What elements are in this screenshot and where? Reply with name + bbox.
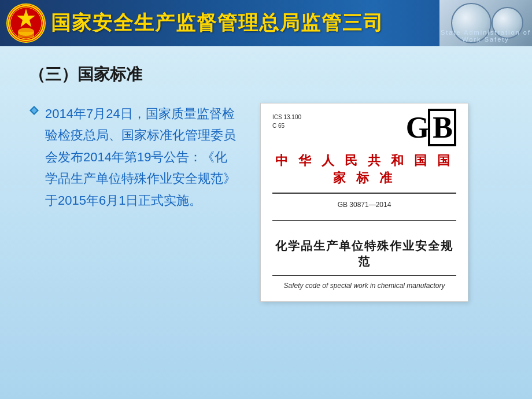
gb-divider-top bbox=[272, 220, 456, 221]
gb-logo-b: B bbox=[428, 109, 456, 146]
page-header: 国家安全生产监督管理总局监管三司 State Administration of… bbox=[0, 0, 532, 46]
header-title-chinese: 国家安全生产监督管理总局监管三司 bbox=[51, 10, 439, 36]
gb-logo-g: G bbox=[406, 111, 428, 144]
content-area: 2014年7月24日，国家质量监督检验检疫总局、国家标准化管理委员会发布2014… bbox=[29, 103, 503, 302]
header-right-image: State Administration of Work Safety bbox=[439, 0, 532, 46]
gb-standard-name-chinese: 化学品生产单位特殊作业安全规范 bbox=[272, 238, 456, 269]
main-content: （三）国家标准 2014年7月24日，国家质量监督检验检疫总局、国家标准化管理委… bbox=[0, 46, 532, 313]
gb-standard-number: GB 30871—2014 bbox=[272, 201, 456, 209]
gb-divider-bottom bbox=[272, 275, 456, 276]
section-title: （三）国家标准 bbox=[29, 64, 503, 86]
svg-rect-5 bbox=[18, 32, 34, 38]
gb-logo: GB bbox=[406, 113, 456, 143]
gb-standard-name-english: Safety code of special work in chemical … bbox=[272, 282, 456, 290]
bullet-text: 2014年7月24日，国家质量监督检验检疫总局、国家标准化管理委员会发布2014… bbox=[45, 103, 237, 211]
text-block: 2014年7月24日，国家质量监督检验检疫总局、国家标准化管理委员会发布2014… bbox=[29, 103, 237, 211]
bullet-item: 2014年7月24日，国家质量监督检验检疫总局、国家标准化管理委员会发布2014… bbox=[29, 103, 237, 211]
gb-book-header: ICS 13.100 C 65 GB bbox=[272, 113, 456, 143]
organization-logo bbox=[6, 3, 46, 43]
gb-standard-book: ICS 13.100 C 65 GB 中 华 人 民 共 和 国 国 家 标 准… bbox=[260, 103, 468, 302]
bullet-diamond-icon bbox=[29, 105, 39, 116]
gb-national-standard-title: 中 华 人 民 共 和 国 国 家 标 准 bbox=[272, 152, 456, 194]
gb-ics-code: ICS 13.100 C 65 bbox=[272, 113, 301, 130]
header-subtitle-english: State Administration of Work Safety bbox=[439, 29, 532, 43]
